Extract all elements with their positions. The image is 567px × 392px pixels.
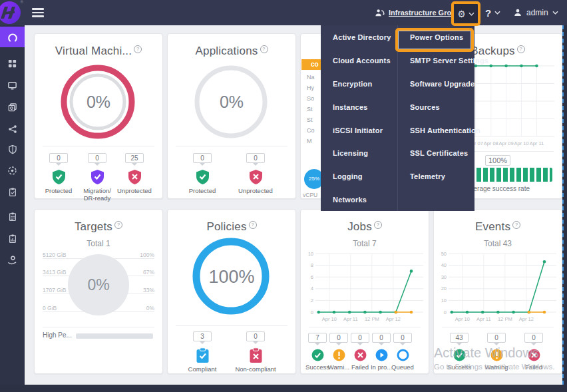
windows-activation-watermark-sub: Go to Settings to activate Windows. bbox=[434, 363, 555, 371]
target-usage-bar bbox=[76, 333, 153, 339]
user-menu[interactable]: admin bbox=[513, 0, 558, 25]
menu-item-telemetry[interactable]: Telemetry bbox=[398, 165, 474, 188]
shield-check-icon bbox=[195, 169, 210, 185]
stat-protected: 0 Protected bbox=[181, 151, 224, 194]
sidebar-item-protection[interactable] bbox=[0, 139, 25, 160]
windows-activation-watermark: Activate Windows bbox=[434, 345, 539, 361]
stat-unprotected: 0 Unprotected bbox=[234, 151, 277, 194]
svg-text:Apr 11: Apr 11 bbox=[476, 316, 491, 322]
vm-percent: 0% bbox=[35, 93, 162, 112]
svg-text:20: 20 bbox=[441, 286, 447, 292]
svg-text:2: 2 bbox=[311, 297, 313, 303]
user-label: admin bbox=[526, 8, 548, 17]
success-rate-badge: 100% bbox=[475, 154, 520, 166]
hycu-dashboard: { "topbar": { "group_label": "Infrastruc… bbox=[0, 0, 567, 392]
stat-unprotected: 25 Unprotected bbox=[113, 151, 156, 194]
group-switch-icon bbox=[375, 8, 385, 18]
menu-item-smtp-server-settings[interactable]: SMTP Server Settings bbox=[398, 49, 474, 73]
monitor-icon bbox=[7, 81, 17, 91]
group-label[interactable]: Infrastructure Group bbox=[389, 9, 461, 17]
menu-item-encryption[interactable]: Encryption bbox=[321, 73, 397, 96]
svg-text:Apr 09: Apr 09 bbox=[499, 140, 514, 146]
settings-dropdown-menu: Active Directory Cloud Accounts Encrypti… bbox=[321, 25, 474, 211]
sidebar-item-applications[interactable] bbox=[0, 53, 25, 74]
menu-item-cloud-accounts[interactable]: Cloud Accounts bbox=[321, 49, 397, 73]
help-icon[interactable]: ? bbox=[374, 221, 382, 229]
help-icon[interactable]: ? bbox=[114, 221, 122, 229]
hamburger-menu-icon[interactable] bbox=[32, 8, 44, 19]
help-icon[interactable]: ? bbox=[260, 45, 268, 53]
circle-ring-icon bbox=[397, 349, 409, 361]
sidebar-item-targets[interactable] bbox=[0, 160, 25, 181]
help-icon[interactable]: ? bbox=[134, 45, 142, 53]
svg-text:Apr 12: Apr 12 bbox=[519, 316, 534, 322]
sidebar-item-events[interactable] bbox=[0, 206, 25, 227]
card-title: Events? bbox=[434, 220, 562, 234]
left-sidebar bbox=[0, 25, 25, 385]
menu-item-ssh-authentication[interactable]: SSH Authentication bbox=[398, 118, 474, 142]
card-targets: Targets? Total 1 5120 GiB 3413 GiB 1707 … bbox=[34, 209, 163, 374]
clipboard-check-icon bbox=[196, 347, 210, 363]
svg-text:4: 4 bbox=[311, 286, 313, 292]
settings-gear-menu[interactable]: ⚙ bbox=[454, 4, 478, 23]
applications-percent: 0% bbox=[168, 93, 295, 112]
calendar-icon bbox=[8, 212, 17, 222]
menu-item-iscsi-initiator[interactable]: iSCSI Initiator bbox=[321, 118, 397, 142]
menu-item-networks[interactable]: Networks bbox=[321, 188, 397, 212]
svg-text:50: 50 bbox=[441, 251, 447, 257]
chevron-down-icon bbox=[494, 11, 500, 15]
hand-gear-icon bbox=[7, 255, 17, 265]
card-title: Targets? bbox=[35, 220, 162, 234]
svg-text:Apr 08: Apr 08 bbox=[484, 140, 498, 146]
stat-queued: 0 Queued bbox=[383, 331, 422, 371]
help-label: ? bbox=[485, 7, 491, 19]
layers-icon bbox=[7, 102, 17, 112]
sidebar-item-support[interactable] bbox=[0, 250, 25, 270]
card-virtual-machines: Virtual Machi...? 0% 0 Protected 0 Migra… bbox=[34, 33, 163, 199]
svg-text:Apr 11: Apr 11 bbox=[530, 140, 544, 146]
help-icon[interactable]: ? bbox=[249, 221, 257, 229]
help-menu[interactable]: ? bbox=[485, 0, 500, 25]
menu-item-software-upgrade[interactable]: Software Upgrade bbox=[398, 73, 474, 96]
shield-check-icon bbox=[51, 169, 67, 185]
sidebar-item-dashboard[interactable] bbox=[0, 27, 25, 47]
card-title: Applications? bbox=[168, 45, 295, 58]
stat-non-compliant: 0 Non-compliant bbox=[234, 329, 277, 373]
hycu-logo-glyph bbox=[0, 1, 21, 24]
menu-item-logging[interactable]: Logging bbox=[321, 165, 397, 188]
card-title: Policies? bbox=[168, 220, 295, 234]
menu-item-active-directory[interactable]: Active Directory bbox=[321, 26, 397, 49]
group-switcher[interactable]: Infrastructure Group bbox=[375, 0, 461, 25]
svg-text:40: 40 bbox=[441, 262, 447, 268]
help-icon[interactable]: ? bbox=[517, 45, 525, 53]
svg-text:12 PM: 12 PM bbox=[498, 316, 512, 322]
svg-text:30: 30 bbox=[441, 274, 447, 280]
report-chart-icon bbox=[8, 234, 17, 244]
sidebar-item-topology[interactable] bbox=[0, 118, 25, 139]
menu-item-power-options[interactable]: Power Options bbox=[398, 26, 474, 49]
svg-text:10: 10 bbox=[441, 297, 447, 303]
sidebar-item-virtual-machines[interactable] bbox=[0, 75, 25, 96]
menu-item-ssl-certificates[interactable]: SSL Certificates bbox=[398, 142, 474, 165]
menu-item-licensing[interactable]: Licensing bbox=[321, 142, 397, 165]
settings-menu-right-column: Power Options SMTP Server Settings Softw… bbox=[397, 25, 474, 211]
hycu-logo[interactable]: ® bbox=[0, 1, 21, 24]
sidebar-item-snapshots[interactable] bbox=[0, 97, 25, 118]
jobs-total: Total 7 bbox=[301, 239, 429, 248]
sidebar-item-jobs[interactable] bbox=[0, 182, 25, 202]
events-total: Total 43 bbox=[434, 239, 562, 248]
card-applications: Applications? 0% 0 Protected 0 Unprotect… bbox=[167, 33, 296, 199]
share-icon bbox=[8, 124, 17, 134]
sidebar-item-reports[interactable] bbox=[0, 228, 25, 249]
gear-icon: ⚙ bbox=[457, 9, 466, 19]
card-title: Jobs? bbox=[301, 220, 429, 234]
vcpu-label: vCPU bbox=[303, 192, 317, 198]
events-chart: Apr 10Apr 1112 PMApr 1250403020100 bbox=[438, 248, 559, 327]
menu-item-instances[interactable]: Instances bbox=[321, 95, 397, 118]
chevron-down-icon bbox=[469, 12, 474, 16]
target-icon bbox=[7, 166, 17, 176]
clipboard-icon bbox=[8, 187, 17, 197]
card-jobs: Jobs? Total 7 Apr 10Apr 1112 PMApr 12108… bbox=[300, 209, 429, 374]
menu-item-sources[interactable]: Sources bbox=[398, 95, 474, 118]
help-icon[interactable]: ? bbox=[512, 221, 520, 229]
